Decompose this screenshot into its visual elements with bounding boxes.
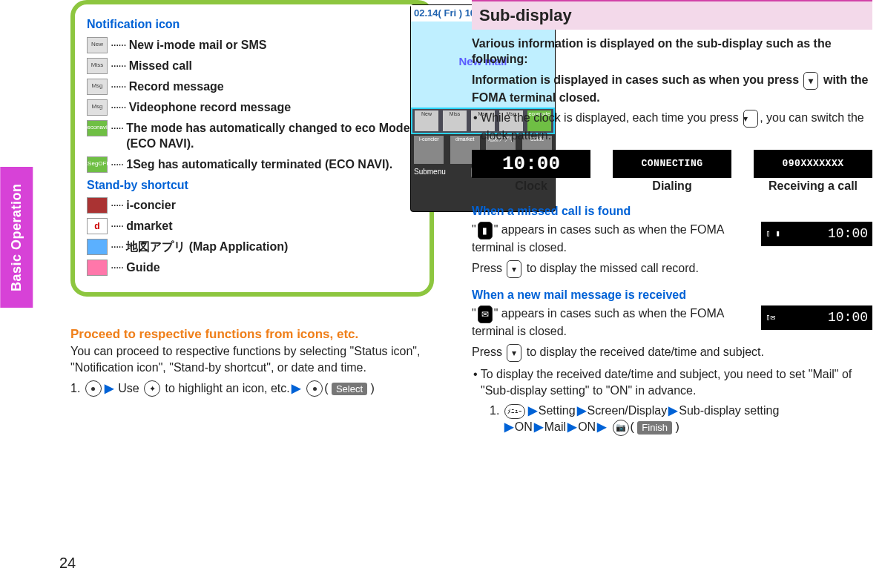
dmarket-icon: d xyxy=(87,218,108,234)
softkey-submenu: Submenu xyxy=(414,167,446,179)
center-key-icon xyxy=(306,380,323,397)
shortcut-item: ····· i-concier xyxy=(87,197,418,214)
shortcut-item: ····· 地図アプリ (Map Application) xyxy=(87,239,418,255)
center-key-icon xyxy=(85,380,102,397)
side-key-icon: ▾ xyxy=(507,344,521,362)
missed-call-heading: When a missed call is found xyxy=(472,203,872,219)
new-mail-step: 1. ﾒﾆｭｰ▶Setting▶Screen/Display▶Sub-displ… xyxy=(472,403,872,436)
1seg-off-icon: 1SegOFF xyxy=(87,156,108,173)
receiving-label: Receiving a call xyxy=(754,178,872,194)
shortcut-item: ····· Guide xyxy=(87,260,418,276)
finish-label: Finish xyxy=(637,421,672,435)
iconcier-icon xyxy=(87,197,108,214)
clock-label: Clock xyxy=(472,178,590,194)
dpad-key-icon: ✦ xyxy=(144,380,160,397)
missed-call-icon: Miss xyxy=(87,58,108,74)
clock-pattern-note: • While the clock is displayed, each tim… xyxy=(472,110,872,144)
standby-shortcut-heading: Stand-by shortcut xyxy=(87,177,418,194)
guide-icon xyxy=(87,260,108,276)
notification-callout: Notification icon New ······ New i-mode … xyxy=(70,0,434,297)
notification-item: Miss ······ Missed call xyxy=(87,58,418,74)
missed-call-lcd: ▯ ▮ 10:00 xyxy=(761,222,872,245)
new-mail-line2: Press ▾ to display the received date/tim… xyxy=(472,344,872,362)
phone-miss-icon: Miss xyxy=(443,110,467,131)
new-mail-heading: When a new mail message is received xyxy=(472,287,872,303)
subdisplay-intro: Various information is displayed on the … xyxy=(472,36,872,67)
phone-new-icon: New xyxy=(415,110,438,131)
phone-signal-icon: ▯ ▮ xyxy=(766,228,780,240)
shortcut-item: d ····· dmarket xyxy=(87,218,418,234)
camera-key-icon: 📷 xyxy=(613,420,629,436)
map-app-icon xyxy=(87,239,108,255)
missed-call-line2: Press ▾ to display the missed call recor… xyxy=(472,260,872,278)
missed-call-sub-icon: ▮ xyxy=(478,222,493,240)
side-key-icon: ▾ xyxy=(507,260,521,278)
receiving-lcd: 090XXXXXXX xyxy=(754,150,872,178)
record-msg-icon: Msg xyxy=(87,79,108,95)
econavi-icon: econavi xyxy=(87,120,108,136)
proceed-heading: Proceed to respective functions from ico… xyxy=(70,326,460,343)
select-label: Select xyxy=(332,383,367,396)
new-mail-icon: New xyxy=(87,37,108,53)
notification-item: econavi ····· The mode has automatically… xyxy=(87,120,418,152)
dialing-lcd: CONNECTING xyxy=(613,150,731,178)
notification-item: 1SegOFF ····· 1Seg has automatically ter… xyxy=(87,156,418,173)
notification-icon-heading: Notification icon xyxy=(87,16,418,33)
new-mail-lcd: ▯✉ 10:00 xyxy=(761,305,872,329)
notification-item: Msg ······ Videophone record message xyxy=(87,99,418,116)
proceed-body: You can proceed to respective functions … xyxy=(70,343,460,375)
notification-item: New ······ New i-mode mail or SMS xyxy=(87,37,418,53)
subdisplay-examples: 10:00 Clock CONNECTING Dialing 090XXXXXX… xyxy=(472,150,872,194)
clock-lcd: 10:00 xyxy=(472,150,590,178)
phone-iconcier-app: i-concier xyxy=(414,136,444,164)
subdisplay-heading: Sub-display xyxy=(472,0,872,30)
subdisplay-intro2: Information is displayed in cases such a… xyxy=(472,72,872,106)
videophone-msg-icon: Msg xyxy=(87,99,108,116)
chapter-tab: Basic Operation xyxy=(0,167,33,308)
mail-sub-icon: ✉ xyxy=(478,305,493,323)
menu-key-icon: ﾒﾆｭｰ xyxy=(504,404,525,419)
side-key-icon: ▾ xyxy=(743,110,758,128)
page-number: 24 xyxy=(59,553,76,573)
mail-signal-icon: ▯✉ xyxy=(766,312,775,323)
notification-item: Msg ······ Record message xyxy=(87,79,418,95)
new-mail-bullet: • To display the received date/time and … xyxy=(472,366,872,398)
side-key-icon: ▾ xyxy=(803,72,818,90)
dialing-label: Dialing xyxy=(613,178,731,194)
proceed-step-1: 1. ▶ Use ✦ to highlight an icon, etc.▶ (… xyxy=(70,380,460,397)
